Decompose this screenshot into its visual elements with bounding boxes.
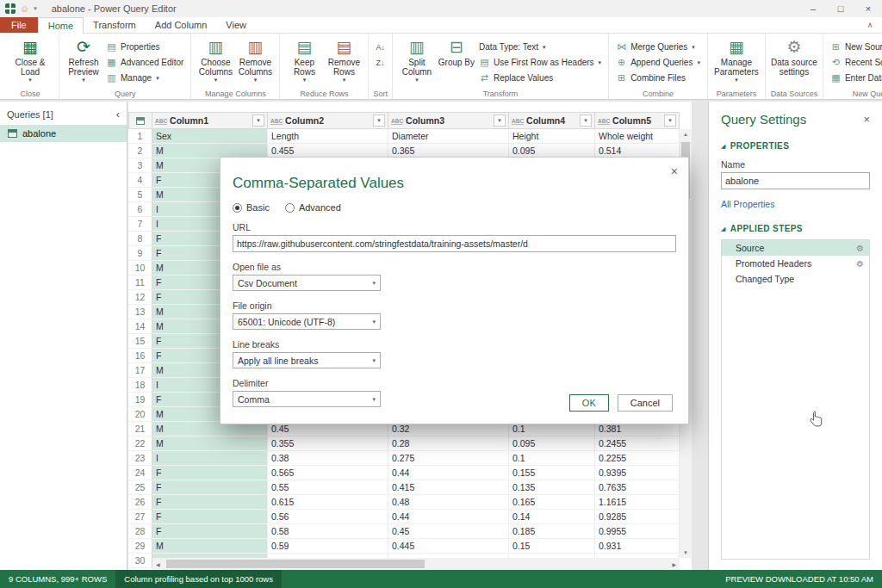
row-number-cell[interactable]: 30 [128, 554, 152, 568]
merge-queries-button[interactable]: ⋈ Merge Queries ▾ [613, 40, 703, 54]
cell-column4[interactable]: Height [509, 129, 595, 144]
cell-column3[interactable]: 0.445 [388, 539, 509, 554]
filter-button[interactable]: ▾ [373, 115, 385, 127]
column-header-column1[interactable]: ABC Column1 ▾ [152, 112, 268, 129]
feedback-smiley-icon[interactable]: ☺ [20, 4, 29, 14]
applied-steps-section-header[interactable]: ◢ APPLIED STEPS [721, 224, 870, 233]
collapse-ribbon-icon[interactable]: ∧ [858, 17, 882, 33]
step-source[interactable]: Source ⚙ [722, 240, 869, 256]
scroll-left-icon[interactable]: ◀ [156, 561, 160, 567]
column-header-column3[interactable]: ABC Column3 ▾ [388, 112, 509, 129]
row-number-cell[interactable]: 11 [128, 275, 152, 290]
table-menu-button[interactable] [128, 112, 152, 129]
cell-column2[interactable]: 0.55 [268, 480, 388, 495]
split-column-button[interactable]: ▥ Split Column ▾ [397, 35, 437, 84]
recent-sources-button[interactable]: ⟲ Recent Sources ▾ [828, 55, 882, 70]
row-number-cell[interactable]: 28 [128, 524, 152, 539]
tab-home[interactable]: Home [38, 17, 84, 34]
row-number-cell[interactable]: 20 [128, 407, 152, 422]
cell-column4[interactable]: 0.15 [509, 539, 595, 554]
keep-rows-button[interactable]: ▤ Keep Rows ▾ [284, 35, 324, 84]
column-header-column4[interactable]: ABC Column4 ▾ [509, 112, 595, 129]
cell-column1[interactable]: F [152, 524, 268, 539]
row-number-cell[interactable]: 5 [128, 188, 152, 202]
replace-values-button[interactable]: ⇄ Replace Values [476, 71, 604, 85]
column-header-column5[interactable]: ABC Column5 ▾ [595, 112, 680, 129]
refresh-preview-button[interactable]: ⟳ Refresh Preview ▾ [64, 35, 103, 84]
tab-file[interactable]: File [0, 17, 38, 33]
scroll-down-icon[interactable]: ▼ [683, 550, 688, 555]
filter-button[interactable]: ▾ [664, 115, 676, 127]
manage-parameters-button[interactable]: ▦ Manage Parameters ▾ [712, 35, 761, 84]
append-queries-button[interactable]: ⊕ Append Queries ▾ [613, 55, 703, 70]
cell-column4[interactable]: 0.14 [509, 510, 595, 524]
combine-files-button[interactable]: ⊞ Combine Files [613, 71, 703, 85]
cell-column1[interactable]: F [152, 495, 268, 510]
cell-column3[interactable]: 0.44 [388, 510, 509, 524]
row-number-cell[interactable]: 17 [128, 363, 152, 378]
file-origin-dropdown[interactable]: 65001: Unicode (UTF-8) ▾ [233, 313, 381, 330]
cell-column5[interactable]: Whole weight [595, 129, 680, 144]
cell-column1[interactable]: F [152, 510, 268, 524]
cell-column4[interactable]: 0.135 [509, 480, 595, 495]
cell-column3[interactable]: 0.28 [388, 436, 509, 451]
cell-column2[interactable]: 0.615 [268, 495, 388, 510]
row-number-cell[interactable]: 1 [128, 129, 152, 144]
cell-column5[interactable]: 0.9285 [595, 510, 680, 524]
dialog-close-icon[interactable]: × [671, 164, 678, 178]
row-number-cell[interactable]: 14 [128, 319, 152, 334]
cell-column2[interactable]: 0.58 [268, 524, 388, 539]
cell-column5[interactable]: 0.2255 [595, 451, 680, 466]
row-number-cell[interactable]: 8 [128, 232, 152, 246]
cell-column3[interactable]: 0.415 [388, 480, 509, 495]
cell-column5[interactable]: 0.931 [595, 539, 680, 554]
cell-column4[interactable]: 0.155 [509, 466, 595, 480]
tab-add-column[interactable]: Add Column [146, 17, 217, 33]
maximize-button[interactable]: □ [827, 0, 854, 17]
scroll-up-icon[interactable]: ▲ [683, 132, 688, 137]
row-number-cell[interactable]: 10 [128, 261, 152, 275]
cell-column1[interactable]: M [152, 539, 268, 554]
row-number-cell[interactable]: 21 [128, 422, 152, 436]
row-number-cell[interactable]: 16 [128, 349, 152, 363]
enter-data-button[interactable]: ▦ Enter Data [828, 71, 882, 85]
sort-ascending-button[interactable]: A↓ [373, 40, 388, 54]
query-name-input[interactable] [721, 172, 870, 189]
cell-column5[interactable]: 0.9955 [595, 524, 680, 539]
scroll-right-icon[interactable]: ▶ [672, 561, 676, 567]
cell-column5[interactable]: 0.2455 [595, 436, 680, 451]
all-properties-link[interactable]: All Properties [721, 199, 870, 209]
row-number-cell[interactable]: 25 [128, 480, 152, 495]
tab-transform[interactable]: Transform [84, 17, 146, 33]
cell-column3[interactable]: 0.45 [388, 524, 509, 539]
minimize-button[interactable]: – [799, 0, 827, 17]
row-number-cell[interactable]: 13 [128, 305, 152, 319]
gear-icon[interactable]: ⚙ [856, 244, 864, 253]
cell-column4[interactable]: 0.1 [509, 451, 595, 466]
row-number-cell[interactable]: 7 [128, 217, 152, 232]
cell-column2[interactable]: 0.565 [268, 466, 388, 480]
cell-column5[interactable]: 0.7635 [595, 480, 680, 495]
new-source-button[interactable]: ⊞ New Source ▾ [828, 40, 882, 54]
properties-section-header[interactable]: ◢ PROPERTIES [721, 141, 870, 151]
row-number-cell[interactable]: 24 [128, 466, 152, 480]
use-first-row-as-headers-button[interactable]: ▤ Use First Row as Headers ▾ [476, 55, 604, 70]
row-number-cell[interactable]: 26 [128, 495, 152, 510]
filter-button[interactable]: ▾ [580, 115, 592, 127]
filter-button[interactable]: ▾ [252, 115, 264, 127]
properties-button[interactable]: ▤ Properties [103, 40, 186, 54]
step-changed-type[interactable]: Changed Type [722, 271, 869, 287]
data-source-settings-button[interactable]: ⚙ Data source settings [770, 35, 818, 77]
collapse-queries-pane-icon[interactable]: ‹ [116, 108, 120, 121]
radio-advanced[interactable]: Advanced [285, 202, 341, 213]
cell-column3[interactable]: Diameter [388, 129, 509, 144]
cell-column1[interactable]: I [152, 451, 268, 466]
row-number-cell[interactable]: 12 [128, 290, 152, 305]
status-profiling[interactable]: Column profiling based on top 1000 rows [115, 570, 282, 588]
filter-button[interactable]: ▾ [494, 115, 506, 127]
cell-column4[interactable]: 0.095 [509, 436, 595, 451]
column-header-column2[interactable]: ABC Column2 ▾ [268, 112, 388, 129]
group-by-button[interactable]: ⊟ Group By [437, 35, 476, 67]
close-button[interactable]: × [854, 0, 882, 17]
row-number-cell[interactable]: 18 [128, 378, 152, 393]
